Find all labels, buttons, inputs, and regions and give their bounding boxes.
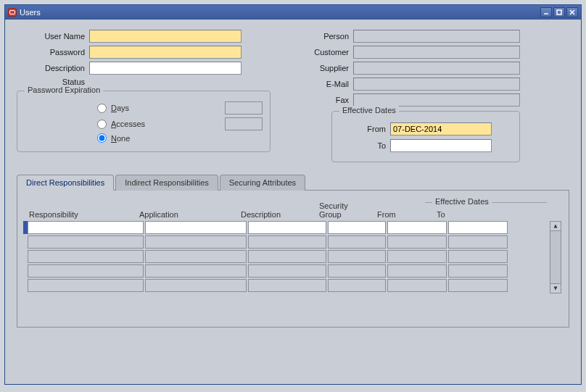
cell-responsibility[interactable]: [28, 250, 144, 263]
cell-description[interactable]: [248, 264, 326, 278]
label-user-name: User Name: [17, 32, 89, 41]
label-to: To: [339, 141, 390, 150]
label-description: Description: [17, 64, 89, 72]
tabs: Direct Responsibilities Indirect Respons…: [17, 174, 569, 328]
oracle-icon: [8, 8, 17, 17]
window-content: User Name Password Description Status Pa…: [5, 20, 581, 384]
vertical-scrollbar[interactable]: [550, 221, 561, 293]
supplier-field[interactable]: [353, 62, 520, 75]
effective-dates-legend: Effective Dates: [339, 106, 399, 114]
tab-direct-responsibilities[interactable]: Direct Responsibilities: [17, 175, 114, 191]
scroll-up-button[interactable]: [550, 221, 561, 231]
customer-field[interactable]: [353, 46, 520, 59]
cell-to[interactable]: [448, 264, 508, 278]
radio-accesses[interactable]: [97, 120, 107, 129]
from-date-field[interactable]: [390, 122, 492, 135]
days-field[interactable]: [225, 101, 263, 114]
cell-responsibility[interactable]: [28, 235, 144, 249]
label-from: From: [339, 125, 390, 133]
col-security-group: Security Group: [319, 201, 377, 221]
close-button[interactable]: [566, 7, 578, 17]
cell-responsibility[interactable]: [28, 221, 144, 234]
label-customer: Customer: [288, 48, 353, 57]
cell-description[interactable]: [248, 221, 326, 234]
cell-security-group[interactable]: [328, 235, 386, 249]
minimize-button[interactable]: [540, 7, 552, 17]
to-date-field[interactable]: [390, 139, 492, 152]
cell-from[interactable]: [387, 250, 447, 263]
cell-to[interactable]: [448, 221, 508, 234]
cell-application[interactable]: [145, 279, 247, 292]
cell-description[interactable]: [248, 250, 326, 263]
cell-from[interactable]: [387, 264, 447, 278]
cell-to[interactable]: [448, 279, 508, 292]
label-email: E-Mail: [288, 80, 353, 88]
label-person: Person: [288, 32, 353, 41]
cell-responsibility[interactable]: [28, 264, 144, 278]
svg-marker-4: [554, 225, 558, 228]
svg-rect-1: [557, 10, 561, 14]
cell-application[interactable]: [145, 221, 247, 234]
tab-securing-attributes[interactable]: Securing Attributes: [220, 175, 305, 191]
cell-from[interactable]: [387, 221, 447, 234]
cell-description[interactable]: [248, 235, 326, 249]
scroll-down-button[interactable]: [550, 283, 561, 293]
window-buttons: [540, 7, 578, 17]
email-field[interactable]: [353, 78, 520, 91]
col-to: To: [437, 210, 496, 221]
cell-to[interactable]: [448, 235, 508, 249]
label-supplier: Supplier: [288, 64, 353, 72]
cell-description[interactable]: [248, 279, 326, 292]
label-fax: Fax: [288, 96, 353, 104]
table-row[interactable]: [23, 264, 547, 278]
radio-none[interactable]: [97, 133, 107, 143]
label-accesses: Accesses: [111, 120, 145, 128]
col-from: From: [377, 210, 437, 221]
users-window: Users User Name Password Description Sta…: [4, 4, 582, 385]
effective-dates-group: Effective Dates From To: [331, 111, 520, 162]
table-row[interactable]: [23, 279, 547, 292]
responsibilities-grid: Responsibility Application Description S…: [23, 198, 547, 293]
maximize-button[interactable]: [553, 7, 565, 17]
password-field[interactable]: [89, 46, 242, 59]
cell-from[interactable]: [387, 279, 447, 292]
table-row[interactable]: [23, 221, 547, 234]
window-title: Users: [20, 8, 540, 17]
tab-panel: Responsibility Application Description S…: [17, 190, 569, 328]
cell-from[interactable]: [387, 235, 447, 249]
svg-marker-5: [554, 287, 558, 291]
col-responsibility: Responsibility: [23, 210, 139, 221]
user-name-field[interactable]: [89, 30, 242, 43]
password-expiration-group: Password Expiration Days Accesses: [17, 91, 271, 152]
label-days: Days: [111, 104, 129, 112]
col-description: Description: [241, 210, 319, 221]
cell-security-group[interactable]: [328, 250, 386, 263]
accesses-field[interactable]: [225, 117, 263, 130]
label-password: Password: [17, 48, 89, 57]
table-row[interactable]: [23, 235, 547, 249]
description-field[interactable]: [89, 62, 242, 75]
cell-security-group[interactable]: [328, 264, 386, 278]
person-field[interactable]: [353, 30, 520, 43]
col-effective-dates: Effective Dates: [432, 197, 492, 206]
cell-responsibility[interactable]: [28, 279, 144, 292]
radio-days[interactable]: [97, 104, 107, 113]
password-expiration-legend: Password Expiration: [25, 86, 103, 94]
cell-security-group[interactable]: [328, 279, 386, 292]
cell-application[interactable]: [145, 264, 247, 278]
cell-security-group[interactable]: [328, 221, 386, 234]
cell-application[interactable]: [145, 235, 247, 249]
label-none: None: [111, 134, 130, 143]
table-row[interactable]: [23, 250, 547, 263]
fax-field[interactable]: [353, 93, 520, 107]
tab-indirect-responsibilities[interactable]: Indirect Responsibilities: [115, 175, 218, 191]
cell-to[interactable]: [448, 250, 508, 263]
titlebar[interactable]: Users: [5, 5, 581, 20]
col-application: Application: [139, 210, 241, 221]
scroll-track[interactable]: [550, 231, 561, 283]
cell-application[interactable]: [145, 250, 247, 263]
